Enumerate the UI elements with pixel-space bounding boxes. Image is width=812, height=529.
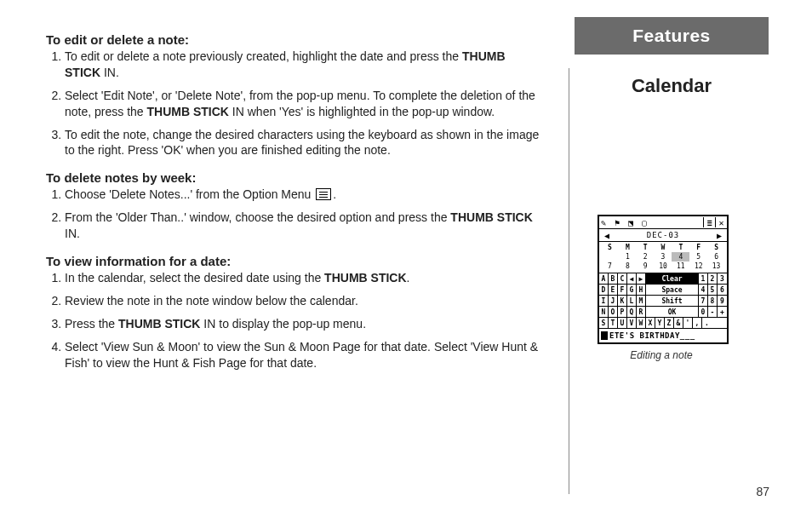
thumbstick-label: THUMB STICK xyxy=(118,317,200,331)
day-cell: 6 xyxy=(707,252,725,262)
prev-month-icon: ◀ xyxy=(604,231,609,240)
thumbstick-label: THUMB STICK xyxy=(147,105,229,118)
day-cell: 5 xyxy=(689,252,707,262)
day-header: M xyxy=(619,243,637,252)
day-header: T xyxy=(672,243,689,252)
day-header: F xyxy=(689,243,707,252)
list-item: To edit the note, change the desired cha… xyxy=(65,127,540,159)
section-title-delete-week: To delete notes by week: xyxy=(46,170,540,185)
day-cell-selected: 4 xyxy=(672,252,689,262)
section-title-view-date: To view information for a date: xyxy=(46,254,540,268)
space-key: Space xyxy=(646,285,699,295)
list-item: From the 'Older Than..' window, choose t… xyxy=(65,210,540,242)
list-item: Press the THUMB STICK IN to display the … xyxy=(65,316,540,332)
day-cell: 13 xyxy=(707,262,725,271)
device-month-selector: ◀ DEC-03 ▶ xyxy=(599,229,727,242)
month-label: DEC-03 xyxy=(647,231,680,239)
day-header: W xyxy=(655,243,672,252)
day-cell: 2 xyxy=(637,252,655,262)
section-title-edit-delete: To edit or delete a note: xyxy=(46,32,540,47)
list-item: In the calendar, select the desired date… xyxy=(65,270,540,286)
list-delete-week: Choose 'Delete Notes...' from the Option… xyxy=(46,187,540,242)
device-calendar-grid: S M T W T F S 1 2 3 4 5 6 xyxy=(599,242,727,273)
day-cell: 10 xyxy=(655,262,672,271)
shift-key: Shift xyxy=(646,296,699,306)
list-item: Select 'Edit Note', or 'Delete Note', fr… xyxy=(65,88,540,120)
thumbstick-label: THUMB STICK xyxy=(324,271,406,285)
features-tab: Features xyxy=(575,17,769,55)
list-item: Review the note in the note window below… xyxy=(65,293,540,309)
next-month-icon: ▶ xyxy=(717,231,722,240)
device-caption: Editing a note xyxy=(598,349,725,361)
list-item: To edit or delete a note previously crea… xyxy=(65,49,540,81)
day-cell: 3 xyxy=(655,252,672,262)
list-view-date: In the calendar, select the desired date… xyxy=(46,270,540,371)
day-cell: 8 xyxy=(619,262,637,271)
day-header: S xyxy=(707,243,725,252)
device-note-field: ETE'S BIRTHDAY___ xyxy=(599,329,727,342)
day-cell: 9 xyxy=(637,262,655,271)
manual-content: To edit or delete a note: To edit or del… xyxy=(46,32,540,382)
list-edit-delete: To edit or delete a note previously crea… xyxy=(46,49,540,158)
option-menu-icon xyxy=(316,188,331,200)
day-cell: 7 xyxy=(601,262,619,271)
text-cursor-icon xyxy=(601,331,608,340)
day-cell: 1 xyxy=(619,252,637,262)
day-cell: 12 xyxy=(689,262,707,271)
device-screenshot: ✎ ⚑ ⬔ ▢ ≡ ✕ ◀ DEC-03 ▶ S M T W T F xyxy=(598,215,732,361)
note-text: ETE'S BIRTHDAY___ xyxy=(609,331,695,340)
clear-key: Clear xyxy=(646,273,699,284)
device-keyboard: A B C ◀ ▶ Clear 1 2 3 D E F G H Space xyxy=(599,273,727,329)
calendar-title: Calendar xyxy=(575,75,769,97)
sidebar: Features Calendar xyxy=(575,17,779,97)
close-icon: ✕ xyxy=(715,217,727,227)
thumbstick-label: THUMB STICK xyxy=(450,210,532,224)
day-header: S xyxy=(601,243,619,252)
menu-icon: ≡ xyxy=(703,217,715,227)
titlebar-left-icons: ✎ ⚑ ⬔ ▢ xyxy=(599,218,703,227)
day-header: T xyxy=(637,243,655,252)
day-cell: 11 xyxy=(672,262,689,271)
page-number: 87 xyxy=(756,485,769,498)
day-cell xyxy=(601,252,619,262)
list-item: Select 'View Sun & Moon' to view the Sun… xyxy=(65,339,540,371)
ok-key: OK xyxy=(646,307,699,317)
vertical-divider xyxy=(569,68,569,494)
device-titlebar: ✎ ⚑ ⬔ ▢ ≡ ✕ xyxy=(599,216,727,229)
list-item: Choose 'Delete Notes...' from the Option… xyxy=(65,187,540,203)
